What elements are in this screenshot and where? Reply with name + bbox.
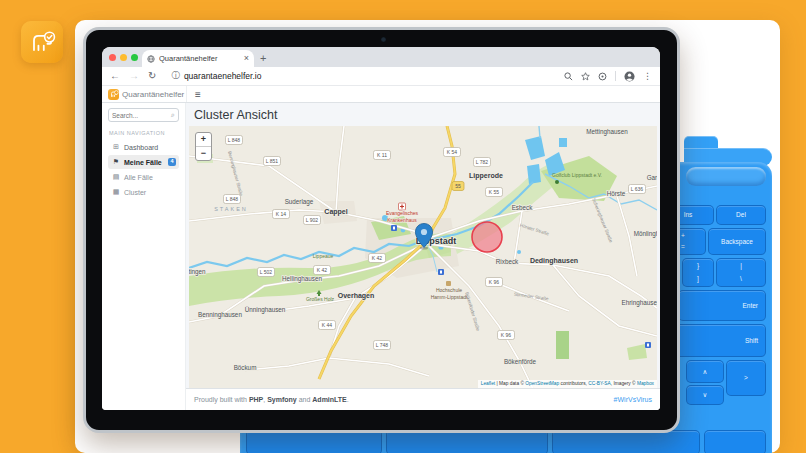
sidebar-toggle-icon[interactable]: ≡ <box>195 89 201 100</box>
road-shield: L 748 <box>374 341 391 350</box>
search-submit-icon[interactable]: ⌕ <box>171 111 175 119</box>
keyboard-key[interactable] <box>704 430 766 453</box>
circle-icon[interactable] <box>598 72 607 81</box>
golf-icon <box>555 180 559 184</box>
zoom-in-button[interactable]: + <box>196 133 211 147</box>
close-window-button[interactable] <box>109 54 116 61</box>
transit-icon <box>438 269 444 275</box>
map-canvas: LippstadtCappelLipperodeSuderlageMetting… <box>189 126 657 388</box>
map-label: Ehringhausen <box>622 299 657 307</box>
road-shield: K 54 <box>444 148 461 157</box>
map-label: Suderlage <box>285 198 314 206</box>
maximize-window-button[interactable] <box>131 54 138 61</box>
svg-text:K 42: K 42 <box>317 267 328 273</box>
workspace: ⌕ MAIN NAVIGATION ⊞ Dashboard ⚑ Meine Fä… <box>102 103 660 410</box>
keyboard-key[interactable]: }] <box>682 258 714 287</box>
tab-close-icon[interactable]: × <box>244 54 249 63</box>
keyboard-key[interactable] <box>246 430 382 453</box>
flag-icon: ⚑ <box>111 158 121 166</box>
camera-icon <box>381 37 386 42</box>
php-link[interactable]: PHP <box>249 396 263 403</box>
sidebar-item-label: Dashboard <box>124 144 158 151</box>
brand-zone[interactable]: Quarantänehelfer <box>102 86 187 102</box>
new-tab-button[interactable]: + <box>260 51 266 65</box>
road-shield: K 55 <box>486 188 503 197</box>
symfony-link[interactable]: Symfony <box>267 396 297 403</box>
search-input[interactable] <box>112 112 171 119</box>
keyboard-key[interactable]: ∧ <box>686 360 724 383</box>
osm-link[interactable]: OpenStreetMap <box>525 381 559 386</box>
profile-avatar-icon[interactable] <box>624 71 635 82</box>
sidebar-item-label: Cluster <box>124 189 146 196</box>
mapbox-link[interactable]: Mapbox <box>637 381 654 386</box>
road-shield: L 848 <box>224 195 241 204</box>
keyboard-key[interactable]: ∨ <box>686 385 724 405</box>
attribution-text: | Map data © <box>495 381 525 386</box>
page-info-icon[interactable]: ⓘ <box>171 70 180 82</box>
key-label: Backspace <box>721 238 753 245</box>
url-field[interactable]: quarantaenehelfer.io <box>184 71 564 81</box>
page-title: Cluster Ansicht <box>186 103 660 126</box>
sidebar-item-meine-faelle[interactable]: ⚑ Meine Fälle 4 <box>108 155 179 169</box>
road-shield: L 902 <box>304 216 321 225</box>
road-shield: L 636 <box>629 185 646 194</box>
road-shield: L 502 <box>258 268 275 277</box>
sidebar-item-label: Meine Fälle <box>124 159 162 166</box>
map-label: Lippeaue <box>313 253 334 259</box>
browser-menu-icon[interactable]: ⋮ <box>643 71 652 81</box>
cluster-circle <box>472 222 502 252</box>
bookmark-star-icon[interactable] <box>581 72 590 81</box>
svg-text:K 96: K 96 <box>501 332 512 338</box>
sidebar-item-alle-faelle[interactable]: ▤ Alle Fälle <box>108 170 179 184</box>
back-icon[interactable]: ← <box>110 71 120 81</box>
keyboard-hinge-roll <box>686 167 766 186</box>
count-badge: 4 <box>168 158 176 166</box>
map-label: tingen <box>189 268 206 276</box>
reload-icon[interactable]: ↻ <box>148 71 156 81</box>
key-label: ∨ <box>703 392 708 399</box>
map-label: Overhagen <box>338 292 375 300</box>
keyboard-key[interactable]: > <box>726 360 766 396</box>
app-footer: Proudly built with PHP, Symfony and Admi… <box>186 388 660 410</box>
keyboard-key[interactable]: |\ <box>716 258 766 287</box>
transit-icon <box>391 225 397 231</box>
keyboard-key[interactable] <box>386 430 548 453</box>
forward-icon[interactable]: → <box>129 71 139 81</box>
key-label: Ins <box>684 212 693 219</box>
browser-window: Quarantänehelfer × + ← → ↻ ⓘ quarantaene… <box>102 47 660 410</box>
map-label: Lipperode <box>469 172 503 180</box>
road-shield: K 14 <box>273 210 290 219</box>
hospital-icon <box>399 203 406 210</box>
road-shield: K 42 <box>314 266 331 275</box>
keyboard-key[interactable]: Enter <box>678 290 766 321</box>
keyboard-key[interactable]: Shift <box>668 324 766 357</box>
adminlte-link[interactable]: AdminLTE <box>312 396 346 403</box>
leaflet-link[interactable]: Leaflet <box>481 381 495 386</box>
wirvsvirus-hashtag-link[interactable]: #WirVsVirus <box>614 396 652 403</box>
sidebar-search[interactable]: ⌕ <box>108 108 179 122</box>
attribution-text: , Imagery © <box>611 381 637 386</box>
browser-tab[interactable]: Quarantänehelfer × <box>142 50 254 67</box>
key-label: Shift <box>745 337 758 344</box>
svg-text:L 636: L 636 <box>631 186 644 192</box>
map-label: Esbeck <box>512 204 534 211</box>
road-shield: K 44 <box>319 321 336 330</box>
keyboard-key[interactable]: Backspace <box>708 228 766 255</box>
cluster-map[interactable]: LippstadtCappelLipperodeSuderlageMetting… <box>189 126 657 388</box>
map-label: Böckum <box>234 364 257 371</box>
key-label: } <box>697 263 699 270</box>
keyboard-key[interactable] <box>552 430 700 453</box>
brand-name: Quarantänehelfer <box>122 90 184 99</box>
map-label: Dedinghausen <box>530 257 578 265</box>
globe-favicon <box>147 55 155 63</box>
minimize-window-button[interactable] <box>120 54 127 61</box>
tab-title: Quarantänehelfer <box>159 54 244 63</box>
sidebar-item-dashboard[interactable]: ⊞ Dashboard <box>108 140 179 154</box>
footer-text: Proudly built with PHP, Symfony and Admi… <box>194 396 349 403</box>
sidebar-item-cluster[interactable]: ▦ Cluster <box>108 185 179 199</box>
zoom-out-button[interactable]: − <box>196 147 211 160</box>
key-label: + <box>681 233 685 240</box>
search-icon[interactable] <box>564 72 573 81</box>
keyboard-key[interactable]: Del <box>716 205 766 225</box>
license-link[interactable]: CC-BY-SA <box>588 381 610 386</box>
